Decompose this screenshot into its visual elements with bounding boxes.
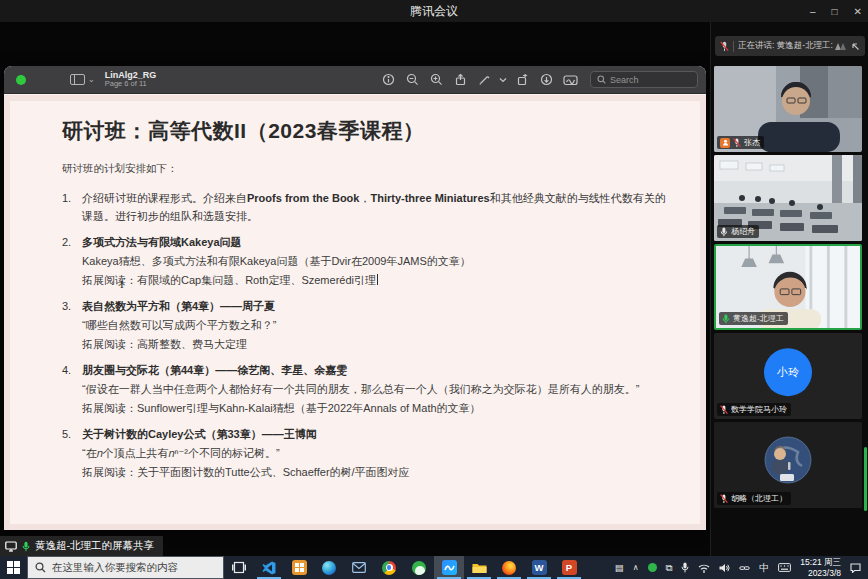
participant-label: 张杰 [717, 136, 764, 149]
mic-muted-icon [720, 41, 729, 52]
task-view-button[interactable] [224, 556, 254, 579]
tray-screen-share-icon[interactable]: ⧉ [666, 562, 673, 574]
mic-active-icon [722, 314, 730, 324]
sidebar-toggle-icon[interactable]: ⌄ [70, 74, 95, 85]
info-icon[interactable] [378, 71, 398, 89]
zoom-in-icon[interactable] [426, 71, 446, 89]
pdf-search-field[interactable]: Search [590, 71, 698, 88]
document-page: 研讨班：高等代数II（2023春季课程） 研讨班的计划安排如下： 1. 介绍研讨… [4, 95, 706, 530]
list-item: 5. 关于树计数的Cayley公式（第33章）——王博闻 “在𝑛个顶点上共有𝑛ⁿ… [62, 425, 672, 482]
tray-green-app-icon[interactable] [648, 563, 657, 572]
document-titleblock: LinAlg2_RG Page 6 of 11 [105, 70, 157, 89]
item-3-sub1: “哪些自然数可以写成两个平方数之和？” [82, 316, 672, 334]
mic-muted-icon [720, 405, 728, 415]
tray-volume-icon[interactable] [719, 563, 730, 573]
participant-label: 杨绍舟 [717, 225, 759, 238]
rotate-icon[interactable] [512, 71, 532, 89]
green-browser-icon [412, 561, 426, 575]
app-title: 腾讯会议 [410, 3, 458, 20]
item-3-title: 表自然数为平方和（第4章）——周子夏 [82, 297, 672, 315]
close-button[interactable]: ✕ [854, 6, 862, 17]
edge-icon [322, 561, 336, 575]
meeting-sidebar: 正在讲话: 黄逸超-北理工: 张杰 [710, 22, 868, 556]
ime-indicator[interactable]: 中 [759, 561, 769, 575]
share-icon[interactable] [450, 71, 470, 89]
ibeam-cursor-icon: I [120, 278, 128, 291]
seminar-list: 1. 介绍研讨班的课程形式。介绍来自Proofs from the Book，T… [62, 189, 672, 482]
pdf-toolbar-tools: Search [378, 71, 698, 89]
participant-video-zhangjie[interactable]: 张杰 [714, 66, 862, 152]
mic-muted-icon [733, 138, 741, 148]
chrome-button[interactable] [374, 556, 404, 579]
file-explorer-button[interactable] [464, 556, 494, 579]
markup-box-icon[interactable] [560, 71, 580, 89]
vscode-button[interactable] [254, 556, 284, 579]
participant-video-classroom[interactable]: 杨绍舟 [714, 155, 862, 241]
item-4-sub1: “假设在一群人当中任意两个人都恰好有一个共同的朋友，那么总有一个人（我们称之为交… [82, 380, 672, 398]
tray-mic-icon[interactable] [681, 562, 689, 573]
item-2-title: 多项式方法与有限域Kakeya问题 [82, 233, 672, 251]
mic-muted-icon [720, 494, 728, 504]
firefox-icon [502, 561, 516, 575]
pen-dropdown-icon[interactable] [498, 71, 508, 89]
tencent-meeting-button[interactable] [434, 556, 464, 579]
start-button[interactable] [0, 556, 27, 579]
item-5-title: 关于树计数的Cayley公式（第33章）——王博闻 [82, 425, 672, 443]
powerpoint-button[interactable]: P [554, 556, 584, 579]
app-titlebar: 腾讯会议 – □ ✕ [0, 0, 868, 22]
mail-button[interactable] [344, 556, 374, 579]
participant-video-huangyichao[interactable]: 黄逸超-北理工 [714, 244, 862, 330]
search-icon [35, 562, 46, 573]
participant-video-xiaoling[interactable]: 小玲 数学学院马小玲 [714, 333, 862, 419]
speaking-indicator-bar: 正在讲话: 黄逸超-北理工: [715, 36, 865, 56]
tray-chevron-up-icon[interactable]: ∧ [633, 563, 639, 572]
zoom-out-icon[interactable] [402, 71, 422, 89]
tray-card-icon[interactable]: ▤ [615, 562, 624, 573]
mic-active-icon [22, 541, 30, 552]
taskbar-apps: W P [224, 556, 584, 579]
screen-share-area: ⌄ LinAlg2_RG Page 6 of 11 [0, 22, 710, 556]
touch-keyboard-icon[interactable] [778, 563, 791, 572]
screen-share-badge: 黄逸超-北理工的屏幕共享 [0, 536, 163, 556]
participant-name: 胡略（北理工） [731, 493, 787, 504]
avatar: 小玲 [764, 348, 812, 396]
participant-name: 杨绍舟 [731, 226, 755, 237]
participant-video-hulue[interactable]: 胡略（北理工） [714, 422, 862, 508]
text-caret [377, 274, 378, 285]
seminar-intro: 研讨班的计划安排如下： [62, 162, 672, 176]
word-button[interactable]: W [524, 556, 554, 579]
vscode-icon [262, 561, 276, 575]
item-2-sub2: 拓展阅读：有限域的Cap集问题、Roth定理、Szemerédi引理 [82, 271, 672, 289]
collapse-arrow-icon[interactable] [851, 42, 860, 51]
green-browser-button[interactable] [404, 556, 434, 579]
action-center-icon[interactable] [850, 563, 861, 573]
download-icon[interactable] [536, 71, 556, 89]
system-tray: ▤ ∧ ⧉ 中 15:21 周三 2023/3/8 [615, 556, 868, 579]
participant-label: 数学学院马小玲 [717, 403, 791, 416]
item-5-sub1: “在𝑛个顶点上共有𝑛ⁿ⁻²个不同的标记树。” [82, 444, 672, 462]
item-2-sub1: Kakeya猜想、多项式方法和有限Kakeya问题（基于Dvir在2009年JA… [82, 252, 672, 270]
maximize-button[interactable]: □ [832, 6, 838, 17]
taskbar-clock[interactable]: 15:21 周三 2023/3/8 [800, 557, 841, 578]
tray-wifi-icon[interactable] [698, 563, 710, 573]
firefox-button[interactable] [494, 556, 524, 579]
presenter-badge-icon [720, 138, 730, 148]
pdf-viewer-window: ⌄ LinAlg2_RG Page 6 of 11 [4, 66, 706, 530]
traffic-light-icon[interactable] [16, 75, 26, 85]
taskbar-search-input[interactable]: 在这里输入你要搜索的内容 [27, 556, 224, 579]
edge-button[interactable] [314, 556, 344, 579]
minimize-button[interactable]: – [810, 6, 816, 17]
mic-icon [720, 227, 728, 237]
layout-view-icon[interactable] [834, 42, 847, 51]
chrome-icon [382, 561, 396, 575]
monitor-icon [5, 541, 17, 552]
list-item: 1. 介绍研讨班的课程形式。介绍来自Proofs from the Book，T… [62, 189, 672, 226]
list-item: 4. 朋友圈与交际花（第44章）——徐艺阁、李星、余嘉雯 “假设在一群人当中任意… [62, 361, 672, 418]
tray-link-icon[interactable] [739, 563, 750, 573]
participant-scrollbar[interactable] [864, 447, 867, 511]
tencent-meeting-icon [442, 560, 457, 575]
markup-pen-icon[interactable] [474, 71, 494, 89]
store-app-button[interactable] [284, 556, 314, 579]
list-item: 3. 表自然数为平方和（第4章）——周子夏 “哪些自然数可以写成两个平方数之和？… [62, 297, 672, 354]
file-explorer-icon [472, 562, 487, 574]
